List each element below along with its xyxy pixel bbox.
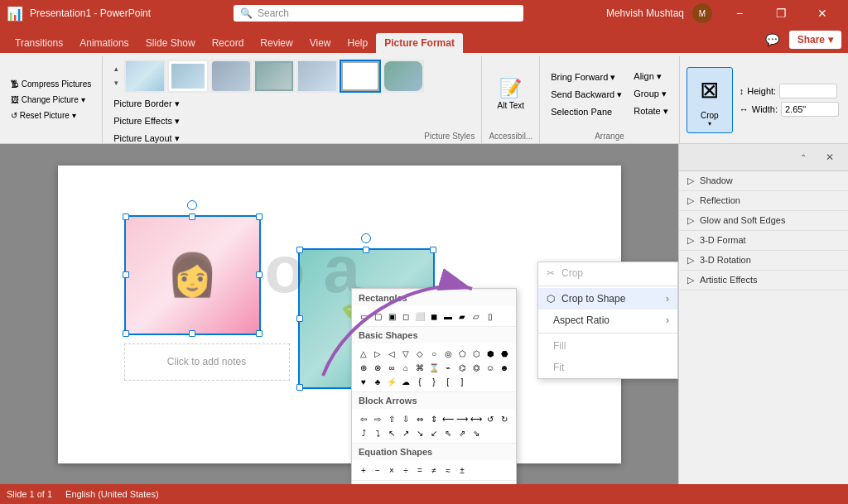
shape-basic-4[interactable]: ▽ [399,347,412,360]
right-panel-glow[interactable]: ▷ Glow and Soft Edges [679,211,848,231]
shape-arrow-8[interactable]: ⟶ [455,412,469,425]
shape-basic-26[interactable]: ☁ [399,375,412,388]
rotate-button[interactable]: Rotate ▾ [629,103,672,119]
group-button[interactable]: Group ▾ [629,86,672,102]
right-panel-reflection[interactable]: ▷ Reflection [679,191,848,211]
shape-basic-23[interactable]: ♥ [357,375,370,388]
styles-scroll-dropdown[interactable]: ▼ [109,77,123,90]
shape-basic-7[interactable]: ◎ [441,347,455,360]
shape-basic-30[interactable]: ] [455,375,469,388]
right-panel-shadow[interactable]: ▷ Shadow [679,171,848,191]
shape-basic-19[interactable]: ⌬ [455,361,469,374]
shape-basic-15[interactable]: ⌂ [399,361,412,374]
shape-basic-2[interactable]: ▷ [371,347,384,360]
shape-basic-18[interactable]: ⌁ [441,361,455,374]
handle-bl-1[interactable] [123,330,129,337]
comments-button[interactable]: 💬 [761,30,784,50]
handle-ml-1[interactable] [123,271,129,278]
shape-arrow-1[interactable]: ⇦ [357,412,370,425]
shape-basic-25[interactable]: ⚡ [385,375,398,388]
shape-eq-5[interactable]: = [413,463,426,477]
send-backward-button[interactable]: Send Backward ▾ [547,87,626,103]
shape-arrow-4[interactable]: ⇩ [399,412,412,425]
right-panel-close-btn[interactable]: ✕ [818,147,841,167]
image-1-selected[interactable]: 👩 [124,215,261,335]
shape-rect-3[interactable]: ▣ [385,310,398,323]
shape-eq-6[interactable]: ≠ [427,463,441,477]
shape-basic-27[interactable]: { [413,375,426,388]
shape-arrow-10[interactable]: ↺ [484,412,497,425]
shape-basic-17[interactable]: ⌛ [427,361,441,374]
handle-tl-1[interactable] [123,214,129,220]
alt-text-button[interactable]: 📝 Alt Text [489,74,532,114]
right-panel-3d-rotation[interactable]: ▷ 3-D Rotation [679,251,848,271]
rotate-handle-1[interactable] [187,200,197,210]
style-thumb-7[interactable] [383,60,424,93]
crop-menu-to-shape[interactable]: ⬡ Crop to Shape › [538,288,677,310]
tab-review[interactable]: Review [252,33,301,53]
shape-basic-9[interactable]: ⬡ [470,347,483,360]
selection-pane-button[interactable]: Selection Pane [547,104,626,119]
shape-eq-2[interactable]: − [371,463,384,477]
shape-basic-14[interactable]: ∞ [385,361,398,374]
shape-arrow-3[interactable]: ⇧ [385,412,398,425]
shape-basic-6[interactable]: ○ [427,347,441,360]
style-thumb-2[interactable] [167,60,209,93]
shape-arrow-12[interactable]: ⤴ [357,426,370,439]
shape-arrow-11[interactable]: ↻ [498,412,511,425]
style-thumb-3[interactable] [210,60,252,93]
search-box[interactable]: 🔍 Search [234,5,523,22]
reset-picture-button[interactable]: ↺ Reset Picture ▾ [7,108,95,122]
tab-help[interactable]: Help [340,33,377,53]
style-thumb-1[interactable] [124,60,166,93]
right-panel-collapse-btn[interactable]: ⌃ [792,147,815,167]
shape-arrow-15[interactable]: ↗ [399,426,412,439]
shape-arrow-20[interactable]: ⇘ [470,426,483,439]
shape-arrow-5[interactable]: ⇔ [413,412,426,425]
close-button[interactable]: ✕ [803,0,841,26]
shape-basic-28[interactable]: } [427,375,441,388]
tab-transitions[interactable]: Transitions [7,33,71,53]
shape-arrow-7[interactable]: ⟵ [441,412,455,425]
style-thumb-5[interactable] [296,60,338,93]
crop-menu-fill[interactable]: Fill [538,335,677,357]
shape-arrow-9[interactable]: ⟷ [470,412,483,425]
share-button[interactable]: Share ▾ [789,31,841,49]
picture-border-button[interactable]: Picture Border ▾ [109,96,424,112]
align-button[interactable]: Align ▾ [629,69,672,84]
tab-animations[interactable]: Animations [71,33,137,53]
shape-rect-10[interactable]: ▯ [484,310,497,323]
shape-eq-4[interactable]: ÷ [399,463,412,477]
picture-effects-button[interactable]: Picture Effects ▾ [109,113,424,129]
shape-rect-2[interactable]: ▢ [371,310,384,323]
shape-eq-1[interactable]: + [357,463,370,477]
shape-rect-4[interactable]: ◻ [399,310,412,323]
shape-basic-3[interactable]: ◁ [385,347,398,360]
shape-arrow-14[interactable]: ↖ [385,426,398,439]
handle-ml-2[interactable] [296,315,303,322]
maximize-button[interactable]: ❐ [762,0,800,26]
shape-rect-9[interactable]: ▱ [470,310,483,323]
crop-dropdown-arrow[interactable]: ▾ [708,120,711,127]
tab-view[interactable]: View [301,33,340,53]
styles-scroll-up[interactable]: ▲ [109,63,123,76]
shape-rect-5[interactable]: ⬜ [413,310,426,323]
crop-menu-fit[interactable]: Fit [538,357,677,378]
minimize-button[interactable]: − [720,0,759,26]
crop-menu-aspect-ratio[interactable]: Aspect Ratio › [538,310,677,331]
shape-arrow-17[interactable]: ↙ [427,426,441,439]
shape-eq-3[interactable]: × [385,463,398,477]
shape-eq-8[interactable]: ± [455,463,469,477]
tab-picture-format[interactable]: Picture Format [376,33,463,53]
rotate-handle-2[interactable] [361,233,371,243]
shape-basic-24[interactable]: ♣ [371,375,384,388]
click-to-add-placeholder[interactable]: Click to add notes [124,343,290,381]
shape-basic-20[interactable]: ⏣ [470,361,483,374]
shape-basic-16[interactable]: ⌘ [413,361,426,374]
handle-bl-2[interactable] [296,384,303,391]
change-picture-button[interactable]: 🖼 Change Picture ▾ [7,93,95,107]
shape-arrow-13[interactable]: ⤵ [371,426,384,439]
handle-tm-2[interactable] [363,247,369,253]
tab-slideshow[interactable]: Slide Show [137,33,204,53]
shape-arrow-18[interactable]: ⇖ [441,426,455,439]
